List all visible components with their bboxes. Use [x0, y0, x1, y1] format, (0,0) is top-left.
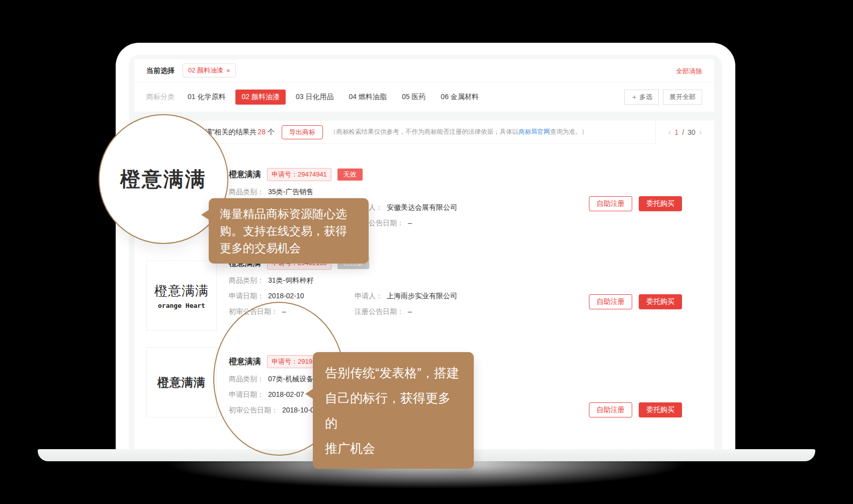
filter-actions: ＋ 多选 展开全部 [624, 90, 702, 105]
callout-line: 自己的标行，获得更多的 [325, 385, 462, 436]
category-label: 商品类别： [229, 276, 264, 285]
disclaimer-suffix: 查询为准。） [550, 128, 587, 135]
selected-filter-tag[interactable]: 02 颜料油漆 × [183, 63, 236, 77]
pagination: ‹ 1 / 30 › [655, 121, 714, 144]
category-item-04[interactable]: 04 燃料油脂 [344, 90, 391, 105]
category-list: 01 化学原料 02 颜料油漆 03 日化用品 04 燃料油脂 05 医药 06… [183, 90, 484, 105]
callout-bubble-marketplace: 海量精品商标资源随心选 购。支持在线交易，获得 更多的交易机会 [209, 198, 369, 264]
apply-date-value: 2018-02-10 [268, 292, 304, 301]
callout-line: 告别传统“发表格”，搭建 [325, 360, 462, 385]
multi-select-button[interactable]: ＋ 多选 [624, 90, 659, 105]
reg-notice-value: – [408, 307, 412, 316]
reg-notice-label: 注册公告日期： [355, 307, 404, 316]
disclaimer-prefix: （商标检索结果仅供参考，不作为商标能否注册的法律依据；具体以 [330, 128, 519, 135]
trademark-image-tile: 橙意满满 orange Heart [146, 261, 217, 331]
callout-line: 推广机会 [325, 436, 462, 461]
category-row: 商标分类 01 化学原料 02 颜料油漆 03 日化用品 04 燃料油脂 05 … [134, 82, 714, 112]
row-actions: 自助注册 委托购买 [589, 294, 682, 309]
category-label: 商品类别： [229, 188, 264, 197]
export-trademarks-button[interactable]: 导出商标 [282, 125, 323, 139]
apply-date-label: 申请日期： [229, 292, 264, 301]
category-value: 35类-广告销售 [268, 188, 313, 197]
row-actions: 自助注册 委托购买 [589, 402, 682, 417]
trademark-image-tile: 橙意满满 [146, 347, 217, 417]
next-page-icon[interactable]: › [699, 127, 702, 137]
self-register-button[interactable]: 自助注册 [589, 196, 632, 211]
current-selection-label: 当前选择 [146, 66, 175, 75]
callout-line: 购。支持在线交易，获得 [220, 222, 358, 239]
trademark-image-text: 橙意满满 [154, 282, 209, 300]
status-badge: 无效 [337, 169, 363, 181]
trademark-name[interactable]: 橙意满满 [229, 170, 261, 180]
application-number-label: 申请号： [272, 171, 298, 178]
application-number-tag: 申请号：29474941 [267, 168, 331, 181]
applicant-value: 上海雨步实业有限公司 [387, 292, 457, 301]
summary-mid: ”相关的结果共 [212, 128, 257, 136]
trademark-image-text: 橙意满满 [157, 375, 206, 390]
category-item-02-active[interactable]: 02 颜料油漆 [235, 90, 285, 105]
current-selection-row: 当前选择 02 颜料油漆 × 全部清除 [134, 59, 714, 82]
selected-filter-tag-text: 02 颜料油漆 [188, 66, 223, 75]
page-separator: / [682, 128, 684, 136]
row-actions: 自助注册 委托购买 [589, 196, 682, 211]
results-header: 为您检索到“橙意满满”相关的结果共28个 导出商标 （商标检索结果仅供参考，不作… [134, 121, 714, 144]
current-page: 1 [674, 128, 678, 136]
entrust-buy-button[interactable]: 委托购买 [639, 196, 682, 211]
callout-tail [305, 388, 314, 399]
application-number-value: 29474941 [298, 171, 327, 178]
category-item-03[interactable]: 03 日化用品 [291, 90, 338, 105]
trademark-image-subtext: orange Heart [158, 302, 205, 309]
expand-all-button[interactable]: 展开全部 [663, 90, 702, 105]
remove-tag-icon[interactable]: × [226, 67, 230, 74]
applicant-label: 申请人： [355, 292, 383, 301]
magnified-trademark-text: 橙意满满 [120, 165, 207, 193]
category-value: 31类-饲料种籽 [268, 276, 313, 285]
result-count-unit: 个 [268, 128, 275, 136]
callout-bubble-promotion: 告别传统“发表格”，搭建 自己的标行，获得更多的 推广机会 [313, 352, 474, 469]
trademark-office-link[interactable]: 商标局官网 [519, 128, 550, 135]
self-register-button[interactable]: 自助注册 [589, 294, 632, 309]
page: 当前选择 02 颜料油漆 × 全部清除 商标分类 01 化学原料 02 颜料油漆… [0, 0, 853, 504]
callout-line: 海量精品商标资源随心选 [220, 205, 358, 222]
category-item-06[interactable]: 06 金属材料 [436, 90, 483, 105]
applicant-value: 安徽美达会展有限公司 [387, 203, 457, 212]
prev-page-icon[interactable]: ‹ [668, 127, 671, 137]
callout-tail [201, 209, 210, 220]
callout-line: 更多的交易机会 [220, 239, 358, 257]
category-row-label: 商标分类 [146, 93, 175, 102]
category-item-05[interactable]: 05 医药 [397, 90, 431, 105]
result-count: 28 [258, 128, 266, 136]
entrust-buy-button[interactable]: 委托购买 [639, 294, 682, 309]
entrust-buy-button[interactable]: 委托购买 [639, 402, 682, 417]
category-item-01[interactable]: 01 化学原料 [183, 90, 230, 105]
clear-all-link[interactable]: 全部清除 [676, 67, 702, 76]
filter-panel: 当前选择 02 颜料油漆 × 全部清除 商标分类 01 化学原料 02 颜料油漆… [134, 59, 714, 112]
disclaimer-text: （商标检索结果仅供参考，不作为商标能否注册的法律依据；具体以商标局官网查询为准。… [330, 128, 588, 136]
self-register-button[interactable]: 自助注册 [589, 402, 632, 417]
reg-notice-value: – [408, 219, 412, 228]
total-pages: 30 [688, 128, 696, 136]
